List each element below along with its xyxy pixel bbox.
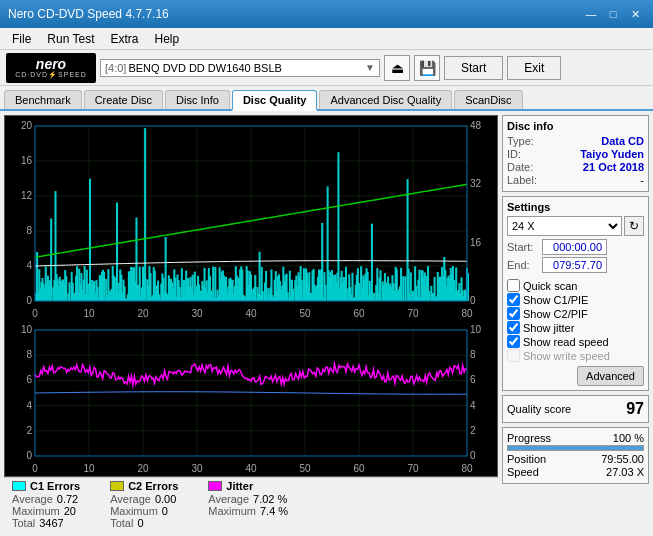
c2-title: C2 Errors: [128, 480, 178, 492]
c1-color-swatch: [12, 481, 26, 491]
drive-selector[interactable]: [4:0] BENQ DVD DD DW1640 BSLB ▼: [100, 59, 380, 77]
progress-section: Progress 100 % Position 79:55.00 Speed 2…: [502, 427, 649, 484]
nero-logo: nero CD·DVD⚡SPEED: [6, 53, 96, 83]
c1-title: C1 Errors: [30, 480, 80, 492]
c1-legend: C1 Errors Average 0.72 Maximum 20 Total …: [12, 480, 80, 529]
quick-scan-checkbox[interactable]: [507, 279, 520, 292]
show-c2-row: Show C2/PIF: [507, 307, 644, 320]
show-write-speed-row: Show write speed: [507, 349, 644, 362]
disc-info-section: Disc info Type: Data CD ID: Taiyo Yuden …: [502, 115, 649, 192]
tab-disc-info[interactable]: Disc Info: [165, 90, 230, 109]
show-jitter-checkbox[interactable]: [507, 321, 520, 334]
date-label: Date:: [507, 161, 533, 173]
charts-container: [4, 115, 498, 477]
menu-help[interactable]: Help: [147, 30, 188, 48]
menu-file[interactable]: File: [4, 30, 39, 48]
show-c2-label: Show C2/PIF: [523, 308, 588, 320]
c2-total-row: Total 0: [110, 517, 178, 529]
c2-avg-row: Average 0.00: [110, 493, 178, 505]
date-value: 21 Oct 2018: [583, 161, 644, 173]
speed-select[interactable]: 24 X 4 X 8 X 16 X 32 X Max: [507, 216, 622, 236]
position-value: 79:55.00: [601, 453, 644, 465]
advanced-button[interactable]: Advanced: [577, 366, 644, 386]
progress-bar-container: [507, 445, 644, 451]
title-text: Nero CD-DVD Speed 4.7.7.16: [8, 7, 169, 21]
eject-button[interactable]: ⏏: [384, 55, 410, 81]
tab-create-disc[interactable]: Create Disc: [84, 90, 163, 109]
show-c1-checkbox[interactable]: [507, 293, 520, 306]
cdspeed-brand: CD·DVD⚡SPEED: [15, 71, 87, 78]
quick-scan-row: Quick scan: [507, 279, 644, 292]
position-row: Position 79:55.00: [507, 453, 644, 465]
label-value: -: [640, 174, 644, 186]
quality-row: Quality score 97: [507, 400, 644, 418]
type-value: Data CD: [601, 135, 644, 147]
label-label: Label:: [507, 174, 537, 186]
exit-button[interactable]: Exit: [507, 56, 561, 80]
bottom-chart: [5, 322, 497, 476]
tab-benchmark[interactable]: Benchmark: [4, 90, 82, 109]
title-bar: Nero CD-DVD Speed 4.7.7.16 — □ ✕: [0, 0, 653, 28]
id-label: ID:: [507, 148, 521, 160]
quality-value: 97: [626, 400, 644, 418]
type-label: Type:: [507, 135, 534, 147]
jitter-title: Jitter: [226, 480, 253, 492]
end-value: 079:57.70: [542, 257, 607, 273]
tab-disc-quality[interactable]: Disc Quality: [232, 90, 318, 111]
c2-color-swatch: [110, 481, 124, 491]
drive-name: BENQ DVD DD DW1640 BSLB: [128, 62, 363, 74]
toolbar: nero CD·DVD⚡SPEED [4:0] BENQ DVD DD DW16…: [0, 50, 653, 86]
speed-row-progress: Speed 27.03 X: [507, 466, 644, 478]
speed-value: 27.03 X: [606, 466, 644, 478]
menu-bar: File Run Test Extra Help: [0, 28, 653, 50]
save-button[interactable]: 💾: [414, 55, 440, 81]
disc-info-title: Disc info: [507, 120, 644, 132]
close-button[interactable]: ✕: [625, 4, 645, 24]
start-button[interactable]: Start: [444, 56, 503, 80]
c1-avg-row: Average 0.72: [12, 493, 80, 505]
show-write-speed-label: Show write speed: [523, 350, 610, 362]
maximize-button[interactable]: □: [603, 4, 623, 24]
type-row: Type: Data CD: [507, 135, 644, 147]
quality-score-section: Quality score 97: [502, 395, 649, 423]
jitter-avg-row: Average 7.02 %: [208, 493, 288, 505]
menu-run-test[interactable]: Run Test: [39, 30, 102, 48]
show-read-speed-checkbox[interactable]: [507, 335, 520, 348]
c1-total-row: Total 3467: [12, 517, 80, 529]
progress-row: Progress 100 %: [507, 432, 644, 444]
speed-row: 24 X 4 X 8 X 16 X 32 X Max ↻: [507, 216, 644, 236]
jitter-legend: Jitter Average 7.02 % Maximum 7.4 %: [208, 480, 288, 529]
start-time-row: Start: 000:00.00: [507, 239, 644, 255]
show-c2-checkbox[interactable]: [507, 307, 520, 320]
c2-legend: C2 Errors Average 0.00 Maximum 0 Total 0: [110, 480, 178, 529]
start-label: Start:: [507, 241, 542, 253]
progress-label: Progress: [507, 432, 551, 444]
quick-scan-label: Quick scan: [523, 280, 577, 292]
id-row: ID: Taiyo Yuden: [507, 148, 644, 160]
end-label: End:: [507, 259, 542, 271]
start-value: 000:00.00: [542, 239, 607, 255]
main-content: C1 Errors Average 0.72 Maximum 20 Total …: [0, 111, 653, 531]
legend-area: C1 Errors Average 0.72 Maximum 20 Total …: [4, 477, 498, 531]
menu-extra[interactable]: Extra: [102, 30, 146, 48]
refresh-button[interactable]: ↻: [624, 216, 644, 236]
show-c1-label: Show C1/PIE: [523, 294, 588, 306]
tab-scandisc[interactable]: ScanDisc: [454, 90, 522, 109]
tab-bar: Benchmark Create Disc Disc Info Disc Qua…: [0, 86, 653, 111]
window-controls: — □ ✕: [581, 4, 645, 24]
show-jitter-label: Show jitter: [523, 322, 574, 334]
tab-advanced-disc-quality[interactable]: Advanced Disc Quality: [319, 90, 452, 109]
progress-value: 100 %: [613, 432, 644, 444]
settings-section: Settings 24 X 4 X 8 X 16 X 32 X Max ↻ St…: [502, 196, 649, 391]
drive-label: [4:0]: [105, 62, 126, 74]
chevron-down-icon: ▼: [365, 62, 375, 73]
end-time-row: End: 079:57.70: [507, 257, 644, 273]
speed-label: Speed: [507, 466, 539, 478]
minimize-button[interactable]: —: [581, 4, 601, 24]
progress-bar: [508, 446, 643, 450]
show-read-speed-row: Show read speed: [507, 335, 644, 348]
right-panel: Disc info Type: Data CD ID: Taiyo Yuden …: [498, 111, 653, 531]
top-chart: [5, 116, 497, 321]
quality-label: Quality score: [507, 403, 571, 415]
position-label: Position: [507, 453, 546, 465]
